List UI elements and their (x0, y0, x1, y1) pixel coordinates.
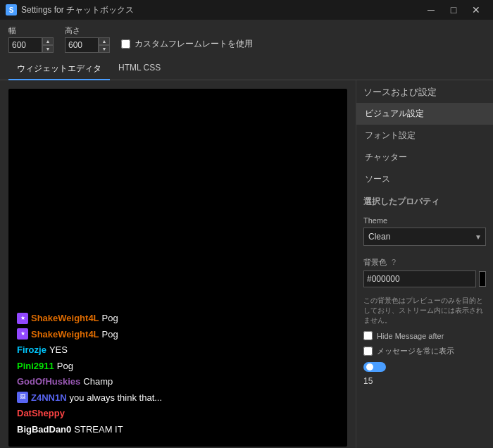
width-spinner: ▲ ▼ (8, 37, 54, 53)
selected-properties-header: 選択したプロパティ (356, 190, 493, 211)
chat-line: ★ShakeWeight4L Pog (17, 311, 339, 325)
custom-framerate-group: カスタムフレームレートを使用 (121, 38, 253, 53)
bg-color-input[interactable] (363, 270, 476, 287)
title-bar-text: Settings for チャットボックス (21, 4, 420, 16)
title-bar-controls: ─ □ ✕ (420, 0, 487, 20)
chat-message: YES (49, 343, 68, 357)
app-icon: S (6, 4, 17, 15)
theme-select[interactable]: Clean Default Boxed (363, 228, 486, 246)
custom-framerate-label: カスタムフレームレートを使用 (135, 38, 253, 50)
main-content: ★ShakeWeight4L Pog★ShakeWeight4L PogFiro… (0, 80, 493, 448)
nav-item-font[interactable]: フォント設定 (356, 125, 493, 147)
width-field-group: 幅 ▲ ▼ (8, 25, 54, 53)
chat-username: BigBadDan0 (17, 423, 71, 437)
source-settings-header: ソースおよび設定 (356, 80, 493, 103)
always-show-checkbox[interactable] (363, 347, 373, 356)
bg-color-section: 背景色 ? (356, 251, 493, 293)
chat-message: Pog (102, 311, 118, 325)
height-spinner-btns: ▲ ▼ (99, 37, 110, 53)
chat-badge: ★ (17, 328, 28, 340)
chat-username: ShakeWeight4L (31, 311, 99, 325)
chat-username: Firozje (17, 343, 46, 357)
nav-item-chatter[interactable]: チャッター (356, 147, 493, 168)
width-label: 幅 (8, 25, 54, 36)
chat-line: DatSheppy (17, 406, 339, 421)
chat-line: GodOfHuskies Champ (17, 375, 339, 389)
bg-color-label: 背景色 ? (363, 257, 486, 268)
bg-color-swatch[interactable] (479, 271, 486, 287)
chat-message: Pog (102, 328, 118, 342)
right-panel: ソースおよび設定 ビジュアル設定 フォント設定 チャッター ソース 選択したプロ… (356, 80, 493, 448)
always-show-row: メッセージを常に表示 (356, 343, 493, 359)
chat-preview-box: ★ShakeWeight4L Pog★ShakeWeight4L PogFiro… (8, 89, 347, 447)
chat-username: GodOfHuskies (17, 375, 80, 389)
width-spinner-btns: ▲ ▼ (42, 37, 54, 53)
theme-select-wrap: Clean Default Boxed ▼ (363, 228, 486, 246)
chat-line: Pini2911 Pog (17, 359, 339, 373)
chat-line: Firozje YES (17, 343, 339, 357)
tab-html-css[interactable]: HTML CSS (110, 58, 169, 80)
custom-framerate-checkbox[interactable] (121, 39, 130, 49)
toggle-thumb (366, 363, 373, 371)
toolbar: 幅 ▲ ▼ 高さ ▲ ▼ カスタムフレームレートを使用 (0, 20, 493, 58)
chat-username: ShakeWeight4L (31, 328, 99, 342)
close-button[interactable]: ✕ (465, 0, 487, 20)
nav-item-visual[interactable]: ビジュアル設定 (356, 103, 493, 125)
number-display: 15 (356, 375, 493, 390)
chat-line: BigBadDan0 STREAM IT (17, 423, 339, 437)
chat-username: DatSheppy (17, 406, 65, 421)
chat-line: 🖼Z4NN1N you always think that... (17, 391, 339, 405)
height-label: 高さ (65, 25, 110, 36)
chat-message: Pog (57, 359, 73, 373)
chat-username: Z4NN1N (31, 391, 67, 405)
bg-color-help-icon[interactable]: ? (392, 258, 396, 266)
hide-message-row: Hide Message after (356, 328, 493, 343)
chat-badge: ★ (17, 313, 28, 324)
theme-prop-label: Theme (363, 216, 486, 225)
height-up-btn[interactable]: ▲ (99, 37, 110, 45)
tabs-bar: ウィジェットエディタ HTML CSS (0, 58, 493, 80)
toggle-track[interactable] (363, 362, 386, 372)
height-spinner: ▲ ▼ (65, 37, 110, 53)
height-input[interactable] (65, 37, 99, 53)
color-row (363, 270, 486, 287)
chat-message: STREAM IT (74, 423, 123, 437)
nav-item-source[interactable]: ソース (356, 168, 493, 190)
chat-message: Champ (83, 375, 113, 389)
hide-message-label: Hide Message after (377, 332, 444, 340)
hide-message-checkbox[interactable] (363, 331, 373, 340)
bg-color-info-text: この背景色はプレビューのみを目的としており、ストリーム内には表示されません。 (356, 293, 493, 328)
theme-prop-section: Theme Clean Default Boxed ▼ (356, 211, 493, 251)
chat-message: you always think that... (70, 391, 163, 405)
title-bar: S Settings for チャットボックス ─ □ ✕ (0, 0, 493, 20)
preview-panel: ★ShakeWeight4L Pog★ShakeWeight4L PogFiro… (0, 80, 356, 448)
chat-badge: 🖼 (17, 392, 28, 403)
chat-line: ★ShakeWeight4L Pog (17, 328, 339, 342)
width-down-btn[interactable]: ▼ (42, 45, 54, 53)
minimize-button[interactable]: ─ (420, 0, 442, 20)
always-show-label: メッセージを常に表示 (377, 346, 454, 356)
width-input[interactable] (8, 37, 42, 53)
chat-username: Pini2911 (17, 359, 54, 373)
height-field-group: 高さ ▲ ▼ (65, 25, 110, 53)
width-up-btn[interactable]: ▲ (42, 37, 54, 45)
tab-widget-editor[interactable]: ウィジェットエディタ (8, 58, 110, 80)
height-down-btn[interactable]: ▼ (99, 45, 110, 53)
maximize-button[interactable]: □ (442, 0, 465, 20)
